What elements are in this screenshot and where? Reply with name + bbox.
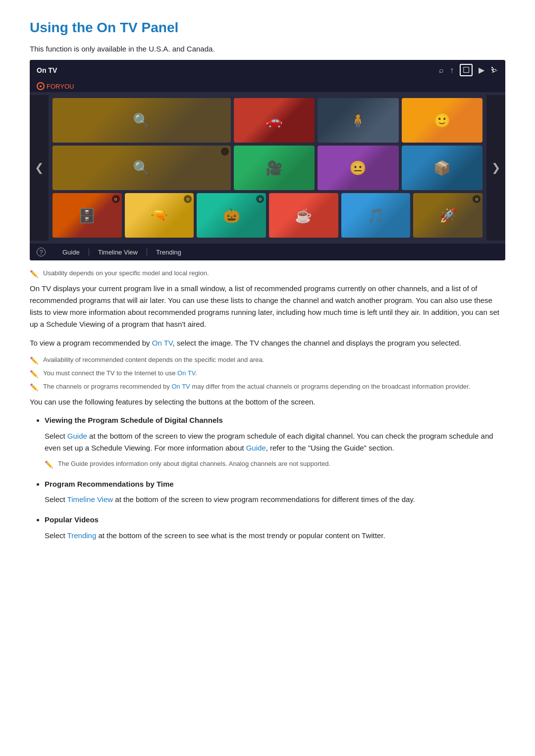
- thumb-8[interactable]: 📦: [402, 146, 482, 190]
- thumb-4[interactable]: 🙂: [402, 98, 482, 143]
- left-nav-arrow[interactable]: ❮: [30, 95, 49, 241]
- section-1-title: Viewing the Program Schedule of Digital …: [45, 415, 505, 426]
- on-tv-link-2[interactable]: On TV: [177, 369, 195, 377]
- thumb-10-icon: 🔫: [151, 207, 168, 224]
- thumb-14[interactable]: 🚀 ⊙: [413, 193, 482, 238]
- thumb-13[interactable]: 🎵: [341, 193, 411, 238]
- thumb-3[interactable]: 🧍: [318, 98, 398, 143]
- thumb-13-icon: 🎵: [367, 207, 384, 224]
- note-icon-4: ✏️: [30, 383, 38, 391]
- tab-timeline-view[interactable]: Timeline View: [89, 249, 147, 256]
- note-channels: ✏️ The channels or programs recommended …: [30, 383, 505, 391]
- for-you-label: ● FORYOU: [37, 82, 74, 90]
- note-usability: ✏️ Usability depends on your specific mo…: [30, 269, 505, 278]
- thumb-4-icon: 🙂: [433, 112, 451, 129]
- thumb-7-icon: 😐: [349, 160, 367, 176]
- section-1-body: Select Guide at the bottom of the screen…: [45, 430, 505, 454]
- help-button[interactable]: ?: [37, 248, 46, 256]
- thumb-10-badge: ⊙: [184, 195, 192, 203]
- for-you-row: ● FORYOU: [30, 80, 505, 92]
- thumb-11[interactable]: 🎃 ⊙: [197, 193, 266, 238]
- page-title: Using the On TV Panel: [30, 20, 505, 36]
- thumb-2-icon: 🚗: [266, 112, 283, 129]
- content-row-3: 🗄️ ⊙ 🔫 ⊙ 🎃 ⊙ ☕ 🎵 🚀: [53, 193, 482, 238]
- note-icon-3: ✏️: [30, 370, 38, 378]
- on-tv-link-1[interactable]: On TV: [152, 339, 173, 347]
- thumb-5-icon: 🔍: [133, 160, 150, 176]
- tv-panel: On TV ⌕ ↑ ☐ ▶ ⛷ ● FORYOU ❮ 🔍: [30, 60, 505, 260]
- trending-link[interactable]: Trending: [67, 531, 97, 540]
- thumb-12-icon: ☕: [295, 207, 312, 224]
- thumb-6[interactable]: 🎥: [234, 146, 315, 190]
- guide-link-1[interactable]: Guide: [67, 432, 87, 440]
- tv-content-area: ❮ 🔍 🚗 🧍 🙂 🔍: [30, 92, 505, 244]
- thumb-7[interactable]: 😐: [318, 146, 398, 190]
- section-1: Viewing the Program Schedule of Digital …: [45, 415, 505, 470]
- thumb-11-icon: 🎃: [223, 207, 240, 224]
- settings-icon[interactable]: ⛷: [490, 66, 498, 75]
- timeline-link[interactable]: Timeline View: [67, 495, 113, 504]
- search-icon[interactable]: ⌕: [439, 66, 444, 75]
- thumb-1[interactable]: 🔍: [53, 98, 231, 143]
- thumb-9-icon: 🗄️: [78, 207, 96, 224]
- thumb-9[interactable]: 🗄️ ⊙: [53, 193, 122, 238]
- section-1-note: ✏️ The Guide provides information only a…: [45, 459, 505, 470]
- para1: On TV displays your current program live…: [30, 283, 505, 330]
- tab-guide[interactable]: Guide: [54, 249, 89, 256]
- feature-list: Viewing the Program Schedule of Digital …: [30, 415, 505, 542]
- tv-header-title: On TV: [37, 66, 57, 74]
- thumb-11-badge: ⊙: [256, 195, 264, 203]
- thumb-2[interactable]: 🚗: [234, 98, 315, 143]
- grid-icon[interactable]: ☐: [460, 64, 473, 76]
- note-icon-5: ✏️: [45, 459, 53, 470]
- content-grid: 🔍 🚗 🧍 🙂 🔍 🎥: [49, 95, 486, 241]
- thumb-3-icon: 🧍: [349, 112, 367, 129]
- play-icon[interactable]: ▶: [479, 65, 484, 75]
- section-3-title: Popular Videos: [45, 514, 505, 526]
- section-2: Program Recommendations by Time Select T…: [45, 479, 505, 506]
- note-icon-2: ✏️: [30, 356, 38, 364]
- thumb-12[interactable]: ☕: [269, 193, 338, 238]
- para2: To view a program recommended by On TV, …: [30, 337, 505, 349]
- section-2-body: Select Timeline View at the bottom of th…: [45, 494, 505, 505]
- list-item-2: Program Recommendations by Time Select T…: [45, 479, 505, 506]
- thumb-5-badge: [221, 148, 229, 155]
- thumb-14-badge: ⊙: [473, 195, 481, 203]
- right-nav-arrow[interactable]: ❯: [486, 95, 505, 241]
- section-3: Popular Videos Select Trending at the bo…: [45, 514, 505, 542]
- list-item-3: Popular Videos Select Trending at the bo…: [45, 514, 505, 542]
- note-connect: ✏️ You must connect the TV to the Intern…: [30, 369, 505, 378]
- share-icon[interactable]: ↑: [450, 66, 454, 75]
- section-2-title: Program Recommendations by Time: [45, 479, 505, 490]
- content-row-2: 🔍 🎥 😐 📦: [53, 146, 482, 190]
- list-item-1: Viewing the Program Schedule of Digital …: [45, 415, 505, 470]
- on-tv-link-3[interactable]: On TV: [171, 383, 190, 390]
- para3: You can use the following features by se…: [30, 396, 505, 408]
- thumb-5[interactable]: 🔍: [53, 146, 231, 190]
- note-icon-1: ✏️: [30, 270, 38, 278]
- tv-header: On TV ⌕ ↑ ☐ ▶ ⛷: [30, 60, 505, 80]
- for-you-icon: ●: [37, 82, 45, 90]
- content-row-1: 🔍 🚗 🧍 🙂: [53, 98, 482, 143]
- thumb-14-icon: 🚀: [439, 207, 457, 224]
- intro-text: This function is only available in the U…: [30, 45, 505, 53]
- thumb-1-icon: 🔍: [133, 112, 150, 129]
- thumb-8-icon: 📦: [433, 160, 451, 176]
- thumb-9-badge: ⊙: [112, 195, 120, 203]
- tab-trending[interactable]: Trending: [147, 249, 190, 256]
- tv-bottom: ? Guide Timeline View Trending: [30, 244, 505, 260]
- thumb-10[interactable]: 🔫 ⊙: [125, 193, 194, 238]
- tv-header-icons: ⌕ ↑ ☐ ▶ ⛷: [439, 64, 498, 76]
- thumb-6-icon: 🎥: [266, 160, 283, 176]
- guide-link-2[interactable]: Guide: [246, 444, 266, 452]
- section-3-body: Select Trending at the bottom of the scr…: [45, 530, 505, 542]
- note-availability: ✏️ Availability of recommended content d…: [30, 356, 505, 364]
